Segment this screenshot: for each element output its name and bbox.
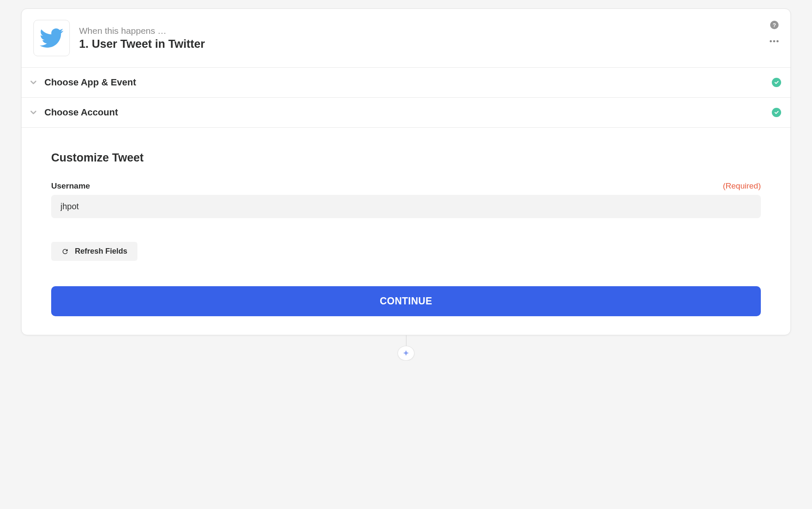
step-connector <box>21 335 791 361</box>
field-header: Username (Required) <box>51 181 761 191</box>
section-choose-app-event[interactable]: Choose App & Event <box>22 68 790 98</box>
add-step-button[interactable] <box>398 346 414 361</box>
refresh-fields-button[interactable]: Refresh Fields <box>51 242 137 261</box>
trigger-step-card: When this happens … 1. User Tweet in Twi… <box>21 8 791 335</box>
twitter-icon <box>40 26 63 50</box>
section-choose-account[interactable]: Choose Account <box>22 98 790 128</box>
header-actions: ? <box>770 21 779 42</box>
required-label: (Required) <box>723 181 761 191</box>
section-label: Choose Account <box>44 107 118 118</box>
step-header: When this happens … 1. User Tweet in Twi… <box>22 9 790 68</box>
refresh-label: Refresh Fields <box>75 247 127 256</box>
help-icon[interactable]: ? <box>770 21 779 29</box>
section-label: Choose App & Event <box>44 77 136 88</box>
chevron-down-icon <box>28 107 38 118</box>
check-complete-icon <box>772 108 781 117</box>
check-complete-icon <box>772 78 781 87</box>
username-input[interactable] <box>51 195 761 218</box>
refresh-icon <box>61 248 69 255</box>
step-title: 1. User Tweet in Twitter <box>79 38 205 51</box>
username-label: Username <box>51 181 90 191</box>
chevron-down-icon <box>28 77 38 88</box>
step-subtitle: When this happens … <box>79 26 205 36</box>
customize-body: Customize Tweet Username (Required) Refr… <box>22 128 790 335</box>
plus-icon <box>402 349 410 357</box>
more-menu-icon[interactable] <box>770 40 779 42</box>
header-text: When this happens … 1. User Tweet in Twi… <box>79 26 205 51</box>
continue-button[interactable]: CONTINUE <box>51 286 761 316</box>
customize-title: Customize Tweet <box>51 151 761 164</box>
app-icon-twitter <box>33 20 70 56</box>
connector-line <box>406 335 406 346</box>
